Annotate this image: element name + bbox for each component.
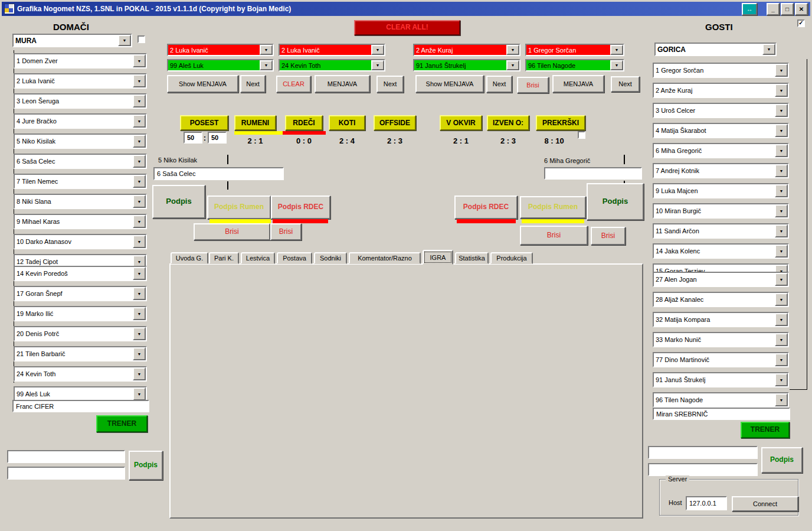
sig-left-brisi-small-button[interactable]: Brisi: [270, 223, 302, 240]
player-dropdown[interactable]: 28 Aljaž Kanalec▼: [653, 292, 789, 307]
player-dropdown[interactable]: 7 Andrej Kotnik▼: [653, 163, 789, 178]
sub4-in-dropdown[interactable]: 96 Tilen Nagode▼: [525, 59, 624, 71]
tab-produkcija[interactable]: Produkcija: [490, 252, 533, 264]
player-dropdown[interactable]: 10 Miran Burgič▼: [653, 203, 789, 219]
sub4-next-button[interactable]: Next: [611, 76, 640, 92]
tab-igra[interactable]: IGRA: [423, 250, 453, 265]
sig-right-podpis-rumen-button[interactable]: Podpis Rumen: [520, 196, 586, 219]
host-input[interactable]: 127.0.0.1: [686, 496, 727, 510]
away-team-dropdown[interactable]: GORICA▼: [654, 43, 777, 56]
player-dropdown[interactable]: 32 Matija Kompara▼: [653, 312, 789, 327]
close-icon[interactable]: ✕: [795, 3, 808, 15]
player-dropdown[interactable]: 4 Jure Bračko▼: [14, 113, 147, 129]
tab-postava[interactable]: Postava: [277, 252, 312, 264]
player-dropdown[interactable]: 14 Kevin Poredoš▼: [14, 266, 147, 281]
sig-left-input[interactable]: 6 Saša Celec: [153, 167, 284, 180]
tab-komentator-razno[interactable]: Komentator/Razno: [349, 252, 421, 264]
sub1-out-dropdown[interactable]: 2 Luka Ivanič▼: [167, 44, 274, 56]
sig-left-brisi-wide-button[interactable]: Brisi: [194, 223, 270, 240]
home-podpis-button[interactable]: Podpis: [129, 451, 163, 480]
home-bottom-field-2[interactable]: [7, 467, 125, 480]
posest-away-input[interactable]: 50: [208, 132, 227, 144]
sub4-menjava-button[interactable]: MENJAVA: [552, 75, 604, 93]
player-dropdown[interactable]: 9 Luka Majcen▼: [653, 183, 789, 198]
away-podpis-button[interactable]: Podpis: [761, 447, 803, 473]
player-dropdown[interactable]: 17 Goran Šnepf▼: [14, 286, 147, 301]
sub3-next-button[interactable]: Next: [486, 76, 512, 93]
home-team-dropdown[interactable]: MURA▼: [12, 34, 132, 47]
sub3-in-dropdown[interactable]: 91 Januš Štrukelj▼: [413, 59, 520, 71]
player-dropdown[interactable]: 3 Leon Šeruga▼: [14, 93, 147, 109]
sub1-in-dropdown[interactable]: 99 Aleš Luk▼: [167, 59, 274, 71]
home-bottom-field-1[interactable]: [7, 450, 125, 463]
maximize-icon[interactable]: □: [781, 3, 794, 15]
v-okvir-button[interactable]: V OKVIR: [440, 115, 482, 131]
player-dropdown[interactable]: 14 Jaka Kolenc▼: [653, 243, 789, 259]
posest-button[interactable]: POSEST: [180, 115, 228, 131]
tab-pari-k[interactable]: Pari K.: [209, 252, 239, 264]
player-dropdown[interactable]: 1 Domen Zver▼: [14, 53, 147, 69]
sub3-show-menjava-button[interactable]: Show MENJAVA: [415, 75, 484, 93]
away-bottom-field-1[interactable]: [648, 446, 758, 459]
player-dropdown[interactable]: 6 Saša Celec▼: [14, 154, 147, 169]
sig-right-podpis-rdec-button[interactable]: Podpis RDEC: [454, 196, 518, 219]
away-bottom-field-2[interactable]: [648, 463, 758, 476]
home-trener-button[interactable]: TRENER: [96, 415, 148, 432]
sub2-out-dropdown[interactable]: 2 Luka Ivanič▼: [279, 44, 385, 56]
rdeci-button[interactable]: RDEČI: [285, 115, 323, 131]
connect-button[interactable]: Connect: [732, 496, 798, 512]
rumeni-button[interactable]: RUMENI: [234, 115, 276, 131]
resize-icon[interactable]: ↔: [742, 3, 757, 15]
player-dropdown[interactable]: 10 Darko Atanasov▼: [14, 234, 147, 249]
sig-left-podpis-button[interactable]: Podpis: [152, 185, 205, 219]
player-dropdown[interactable]: 11 Sandi Arčon▼: [653, 223, 789, 239]
sub4-brisi-button[interactable]: Brisi: [517, 77, 549, 93]
player-dropdown[interactable]: 96 Tilen Nagode▼: [653, 392, 789, 408]
minimize-icon[interactable]: _: [767, 3, 780, 15]
player-dropdown[interactable]: 27 Alen Jogan▼: [653, 272, 789, 287]
sub1-show-menjava-button[interactable]: Show MENJAVA: [167, 75, 238, 93]
offside-button[interactable]: OFFSIDE: [374, 115, 416, 131]
sub2-in-dropdown[interactable]: 24 Kevin Toth▼: [279, 59, 385, 71]
sub4-out-dropdown[interactable]: 1 Gregor Sorčan▼: [525, 44, 624, 56]
player-dropdown[interactable]: 4 Matija Škarabot▼: [653, 123, 789, 138]
home-team-checkbox[interactable]: [137, 35, 145, 43]
tab-lestvica[interactable]: Lestvica: [241, 252, 275, 264]
posest-home-input[interactable]: 50: [184, 132, 202, 144]
tab-sodniki[interactable]: Sodniki: [314, 252, 347, 264]
tab-statistika[interactable]: Statistika: [455, 252, 489, 264]
clear-all-button[interactable]: CLEAR ALL!: [354, 20, 460, 35]
player-dropdown[interactable]: 7 Tilen Nemec▼: [14, 174, 147, 189]
tab-uvoda-g[interactable]: Uvoda G.: [171, 252, 208, 264]
sub2-next-button[interactable]: Next: [376, 76, 404, 93]
sig-right-input[interactable]: [544, 167, 642, 180]
player-dropdown[interactable]: 2 Luka Ivanič▼: [14, 73, 147, 89]
away-trener-button[interactable]: TRENER: [741, 422, 790, 438]
home-coach-input[interactable]: Franc CIFER: [12, 400, 149, 412]
sig-left-podpis-rumen-button[interactable]: Podpis Rumen: [207, 196, 271, 219]
player-dropdown[interactable]: 21 Tilen Barbarič▼: [14, 346, 147, 361]
sig-right-podpis-button[interactable]: Podpis: [587, 183, 644, 220]
player-dropdown[interactable]: 19 Marko Ilić▼: [14, 306, 147, 321]
sub3-out-dropdown[interactable]: 2 Anže Kuraj▼: [413, 44, 520, 56]
prekrski-button[interactable]: PREKRŠKI: [536, 115, 585, 131]
player-dropdown[interactable]: 3 Uroš Celcer▼: [653, 103, 789, 118]
player-dropdown[interactable]: 24 Kevin Toth▼: [14, 366, 147, 382]
player-dropdown[interactable]: 77 Dino Martinovič▼: [653, 352, 789, 367]
player-dropdown[interactable]: 9 Mihael Karas▼: [14, 214, 147, 229]
koti-button[interactable]: KOTI: [329, 115, 365, 131]
player-dropdown[interactable]: 1 Gregor Sorčan▼: [653, 63, 789, 78]
izven-o-button[interactable]: IZVEN O:: [487, 115, 529, 131]
player-dropdown[interactable]: 8 Niki Slana▼: [14, 194, 147, 209]
sub2-clear-button[interactable]: CLEAR: [276, 76, 311, 93]
sig-right-brisi-wide-button[interactable]: Brisi: [520, 226, 588, 245]
player-dropdown[interactable]: 6 Miha Gregorič▼: [653, 143, 789, 158]
player-dropdown[interactable]: 33 Marko Nunič▼: [653, 332, 789, 347]
player-dropdown[interactable]: 2 Anže Kuraj▼: [653, 83, 789, 98]
player-dropdown[interactable]: 5 Niko Kisilak▼: [14, 133, 147, 149]
sub1-next-button[interactable]: Next: [240, 75, 266, 93]
prekrski-checkbox[interactable]: [578, 131, 585, 139]
gosti-enable-checkbox[interactable]: ✓: [797, 19, 805, 27]
away-coach-input[interactable]: Miran SREBRNIČ: [653, 408, 790, 420]
sig-right-brisi-small-button[interactable]: Brisi: [591, 227, 626, 245]
